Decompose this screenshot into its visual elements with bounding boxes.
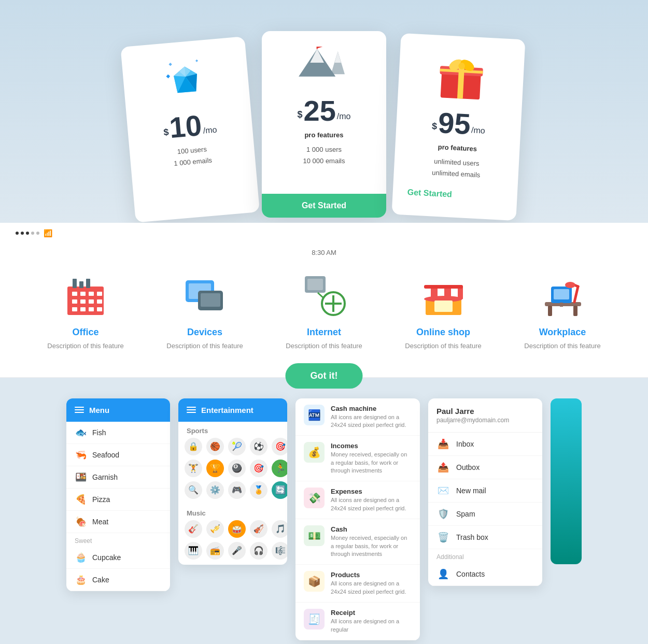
got-it-button[interactable]: Got it!	[286, 363, 363, 389]
finance-item-expenses[interactable]: 💸 Expenses All icons are designed on a 2…	[295, 481, 420, 519]
feature-emails-pro: 10 000 emails	[276, 155, 372, 167]
svg-rect-32	[72, 307, 77, 311]
music-icon-7[interactable]: 📻	[206, 542, 224, 560]
email-item-contacts[interactable]: 👤 Contacts	[428, 563, 542, 586]
cash-icon: 💵	[304, 525, 325, 546]
music-icon-5[interactable]: 🎵	[272, 520, 287, 538]
sport-icon-8[interactable]: 🎱	[228, 460, 246, 477]
menu-item-meat[interactable]: 🍖 Meat	[66, 511, 170, 533]
sport-icon-3[interactable]: 🎾	[228, 438, 246, 455]
price-enterprise: $ 95 /mo	[410, 107, 507, 141]
new-mail-label: New mail	[456, 486, 486, 495]
sport-icon-9[interactable]: 🎯	[250, 460, 267, 477]
sport-icon-2[interactable]: 🏀	[206, 438, 224, 455]
music-icon-1[interactable]: 🎸	[185, 520, 202, 538]
music-icon-2[interactable]: 🎺	[206, 520, 224, 538]
svg-rect-55	[424, 285, 463, 289]
music-icon-9[interactable]: 🎧	[250, 542, 267, 560]
price-amount-basic: 10	[168, 111, 203, 142]
email-user-section: Paul Jarre pauljarre@mydomain.com	[428, 398, 542, 433]
sport-icon-6[interactable]: 🏋️	[185, 460, 202, 477]
price-period-ent: /mo	[471, 125, 486, 135]
finance-item-cash[interactable]: 💵 Cash Money received, especially on a r…	[295, 519, 420, 565]
trash-label: Trash box	[456, 533, 488, 541]
online-shop-icon-wrap	[420, 272, 467, 319]
finance-item-receipt[interactable]: 🧾 Receipt All icons are designed on a re…	[295, 603, 420, 640]
contacts-icon: 👤	[436, 568, 450, 580]
svg-rect-62	[560, 303, 563, 307]
sport-icon-7[interactable]: 🏆	[206, 460, 224, 477]
menu-item-fish[interactable]: 🐟 Fish	[66, 422, 170, 444]
menu-item-label-fish: Fish	[92, 428, 106, 437]
receipt-title: Receipt	[331, 609, 412, 617]
hamburger-icon[interactable]	[75, 407, 84, 413]
get-started-button-pro[interactable]: Get Started	[262, 194, 386, 218]
sport-icon-10[interactable]: 🏃	[272, 460, 287, 477]
time-display: 8:30 AM	[31, 249, 617, 256]
svg-rect-56	[434, 300, 453, 312]
price-features-ent: pro features unlimited users unlimited e…	[408, 140, 505, 182]
music-icon-6[interactable]: 🎹	[185, 542, 202, 560]
sport-icon-14[interactable]: 🏅	[250, 481, 267, 499]
music-icon-grid: 🎸 🎺 🥁 🎻 🎵 🎹 📻 🎤 🎧 🎼	[178, 520, 287, 565]
menu-item-cake[interactable]: 🎂 Cake	[66, 569, 170, 591]
svg-rect-58	[548, 306, 552, 316]
ent-hamburger-icon[interactable]	[187, 407, 196, 413]
menu-item-seafood[interactable]: 🦐 Seafood	[66, 444, 170, 466]
sport-icon-13[interactable]: 🎮	[228, 481, 246, 499]
price-features-pro: pro features 1 000 users 10 000 emails	[276, 130, 372, 167]
finance-item-cash-machine[interactable]: 🏧 Cash machine All icons are designed on…	[295, 398, 420, 436]
menu-item-cupcake[interactable]: 🧁 Cupcake	[66, 547, 170, 569]
sport-icon-5[interactable]: 🎯	[272, 438, 287, 455]
email-item-inbox[interactable]: 📥 Inbox	[428, 433, 542, 456]
price-dollar-ent: $	[431, 121, 437, 132]
finance-item-incomes[interactable]: 💰 Incomes Money received, especially on …	[295, 436, 420, 481]
receipt-desc: All icons are designed on a regular	[331, 618, 412, 634]
trash-icon: 🗑️	[436, 532, 450, 543]
menu-item-garnish[interactable]: 🍱 Garnish	[66, 466, 170, 489]
expenses-title: Expenses	[331, 488, 412, 495]
price-dollar-pro: $	[298, 109, 303, 120]
expenses-desc: All icons are designed on a 24x24 sized …	[331, 496, 412, 512]
email-item-spam[interactable]: 🛡️ Spam	[428, 503, 542, 526]
products-icon: 📦	[304, 571, 325, 592]
svg-rect-44	[307, 279, 323, 290]
devices-icon-wrap	[181, 272, 228, 319]
outbox-icon: 📤	[436, 462, 450, 473]
sport-icon-4[interactable]: ⚽	[250, 438, 267, 455]
email-user-addr: pauljarre@mydomain.com	[436, 417, 534, 424]
feature-office-desc: Description of this feature	[47, 341, 123, 351]
incomes-icon: 💰	[304, 442, 325, 463]
feature-workplace-desc: Description of this feature	[524, 341, 600, 351]
garnish-icon: 🍱	[75, 471, 87, 483]
sport-icon-12[interactable]: ⚙️	[206, 481, 224, 499]
get-started-button-ent[interactable]: Get Started	[407, 183, 453, 203]
menu-item-pizza[interactable]: 🍕 Pizza	[66, 489, 170, 511]
bottom-section: Menu 🐟 Fish 🦐 Seafood 🍱 Garnish 🍕 Pizza …	[0, 378, 648, 645]
email-item-new-mail[interactable]: ✉️ New mail	[428, 479, 542, 503]
finance-item-products[interactable]: 📦 Products All icons are designed on a 2…	[295, 565, 420, 603]
entertainment-app-card: Entertainment Sports 🔒 🏀 🎾 ⚽ 🎯 🏋️ 🏆 🎱 🎯 …	[178, 398, 287, 565]
feature-title-pro: pro features	[276, 130, 372, 141]
inbox-label: Inbox	[456, 440, 474, 448]
feature-online-shop: Online shop Description of this feature	[391, 272, 495, 351]
receipt-icon: 🧾	[304, 609, 325, 629]
music-icon-10[interactable]: 🎼	[272, 542, 287, 560]
sport-icon-11[interactable]: 🔍	[185, 481, 202, 499]
svg-rect-1	[195, 60, 198, 62]
music-icon-3[interactable]: 🥁	[228, 520, 246, 538]
feature-office: Office Description of this feature	[34, 272, 137, 351]
email-app-card: Paul Jarre pauljarre@mydomain.com 📥 Inbo…	[428, 398, 542, 586]
music-icon-4[interactable]: 🎻	[250, 520, 267, 538]
sport-icon-1[interactable]: 🔒	[185, 438, 202, 455]
sport-icon-15[interactable]: 🔄	[272, 481, 287, 499]
spam-label: Spam	[456, 510, 475, 518]
internet-icon-wrap	[301, 272, 347, 319]
email-item-trash[interactable]: 🗑️ Trash box	[428, 526, 542, 549]
outbox-label: Outbox	[456, 463, 480, 471]
menu-app-card: Menu 🐟 Fish 🦐 Seafood 🍱 Garnish 🍕 Pizza …	[66, 398, 170, 591]
email-item-outbox[interactable]: 📤 Outbox	[428, 456, 542, 479]
cash-title: Cash	[331, 525, 412, 533]
feature-shop-title: Online shop	[416, 327, 470, 338]
music-icon-8[interactable]: 🎤	[228, 542, 246, 560]
